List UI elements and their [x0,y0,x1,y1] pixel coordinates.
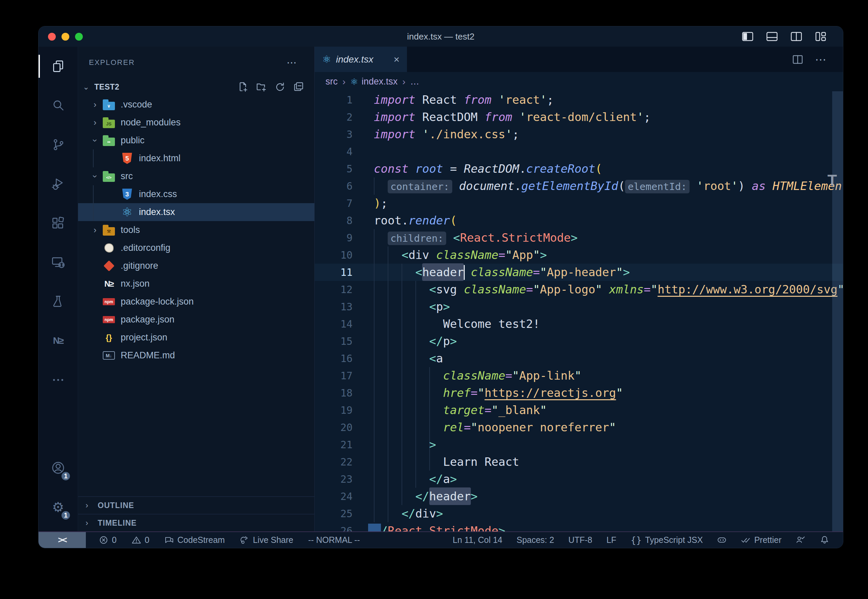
file-label: tools [121,225,140,235]
tree-item-README.md[interactable]: M↓README.md [78,346,314,364]
tree-item-.gitignore[interactable]: .gitignore [78,257,314,275]
zoom-window-button[interactable] [75,33,83,41]
status-utf-8[interactable]: UTF-8 [568,535,592,545]
code-editor[interactable]: 1234567891011121314151617181920212223242… [315,91,843,531]
activity-remote-explorer-icon[interactable] [39,243,78,282]
outline-panel-header[interactable]: › OUTLINE [78,496,314,514]
tree-item-package.json[interactable]: npmpackage.json [78,311,314,328]
status-label: TypeScript JSX [645,535,703,545]
status-prettier[interactable]: Prettier [741,535,781,545]
close-window-button[interactable] [48,33,56,41]
more-actions-icon[interactable]: ⋯ [815,53,827,66]
sidebar-more-actions-icon[interactable]: ⋯ [287,56,298,68]
folder-src-icon: </> [101,171,117,182]
remote-indicator[interactable]: >< [39,532,86,548]
breadcrumb-item-src[interactable]: src [325,77,338,87]
markdown-icon: M↓ [101,351,117,360]
code-line: </p> [374,333,843,350]
status-lf[interactable]: LF [606,535,616,545]
tab-index-tsx[interactable]: ⚛ index.tsx × [315,47,407,72]
tree-item-project.json[interactable]: {}project.json [78,328,314,346]
minimize-window-button[interactable] [62,33,69,41]
status-codestream[interactable]: CodeStream [164,535,225,545]
code-line: const root = ReactDOM.createRoot( [374,160,843,178]
tree-indent-guide [93,185,93,221]
tree-item-nx.json[interactable]: N≥nx.json [78,275,314,293]
code-line: </header> [374,488,843,505]
tree-item-index.css[interactable]: 3index.css [78,185,314,203]
tree-item-src[interactable]: ›</>src [78,167,314,185]
status-bell-icon[interactable] [820,535,829,545]
scrollbar-artifact: T [827,171,837,189]
section-header-test2[interactable]: ⌄ TEST2 [78,78,314,96]
status-ln-11-col-14[interactable]: Ln 11, Col 14 [453,535,502,545]
breadcrumb-item-…[interactable]: … [410,77,420,87]
chevron-down-icon: › [90,134,101,147]
activity-more-icon[interactable] [39,360,78,400]
file-label: public [121,135,145,146]
tree-item-package-lock.json[interactable]: npmpackage-lock.json [78,293,314,311]
status-0[interactable]: 0 [131,535,149,545]
tree-item-index.tsx[interactable]: ⚛index.tsx [78,203,314,221]
window-title: index.tsx — test2 [39,32,843,42]
layout-split-icon[interactable] [790,30,802,42]
badge: 1 [60,510,71,521]
tree-item-tools[interactable]: ›⚒tools [78,221,314,239]
status-0[interactable]: 0 [99,535,117,545]
code-line: ); [374,195,843,212]
activity-accounts-icon[interactable]: 1 [39,448,78,488]
layout-custom-icon[interactable] [815,30,827,42]
activity-settings-gear-icon[interactable]: ⚙1 [39,488,78,527]
status-copilot-icon[interactable] [717,535,727,545]
activity-extensions-icon[interactable] [39,203,78,243]
layout-sidebar-icon[interactable] [742,30,754,42]
activity-explorer-icon[interactable] [39,47,78,86]
section-actions [237,81,304,93]
file-label: .gitignore [121,260,158,271]
status-spaces-2[interactable]: Spaces: 2 [516,535,554,545]
code-line: </a> [374,471,843,488]
activity-test-beaker-icon[interactable] [39,282,78,321]
react-icon: ⚛ [350,77,358,86]
activity-source-control-icon[interactable] [39,125,78,164]
file-label: node_modules [121,117,181,128]
status-feedback-icon[interactable] [796,535,805,545]
react-icon: ⚛ [119,206,135,218]
code-line: Welcome test2! [374,315,843,333]
tree-item-node_modules[interactable]: ›JSnode_modules [78,114,314,131]
file-label: package-lock.json [121,296,194,307]
file-label: README.md [121,350,175,361]
new-folder-icon[interactable] [256,81,267,93]
tree-item-.vscode[interactable]: ›∨.vscode [78,96,314,114]
activity-run-debug-icon[interactable] [39,164,78,203]
code-line: <svg className="App-logo" xmlns="http://… [374,281,843,298]
file-label: .editorconfig [121,243,170,253]
new-file-icon[interactable] [237,81,248,93]
timeline-label: TIMELINE [98,519,137,528]
code-line: import './index.css'; [374,126,843,143]
tree-item-.editorconfig[interactable]: .editorconfig [78,239,314,257]
status-live-share[interactable]: Live Share [240,535,293,545]
activity-search-icon[interactable] [39,86,78,125]
badge: 1 [60,471,71,482]
layout-panel-icon[interactable] [766,30,778,42]
nx-icon: N≥ [101,279,117,289]
refresh-icon[interactable] [274,81,286,93]
folder-node-icon: JS [101,117,117,128]
split-editor-icon[interactable] [792,54,803,65]
code-line: container: document.getElementById(eleme… [374,178,843,195]
breadcrumb-item-index.tsx[interactable]: ⚛index.tsx [350,77,397,87]
status-normal[interactable]: -- NORMAL -- [308,535,360,545]
git-icon [101,262,117,270]
chevron-right-icon: › [89,225,101,235]
editor-scrollbar[interactable] [832,91,843,531]
status-typescript-jsx[interactable]: {}TypeScript JSX [630,535,703,545]
html-icon: 5 [119,153,135,164]
collapse-all-icon[interactable] [293,81,304,93]
status-label: 0 [112,535,117,545]
tree-item-index.html[interactable]: 5index.html [78,149,314,167]
close-tab-icon[interactable]: × [393,54,400,65]
timeline-panel-header[interactable]: › TIMELINE [78,514,314,531]
activity-nx-console-icon[interactable]: N≥ [39,321,78,360]
tree-item-public[interactable]: ›••public [78,131,314,149]
